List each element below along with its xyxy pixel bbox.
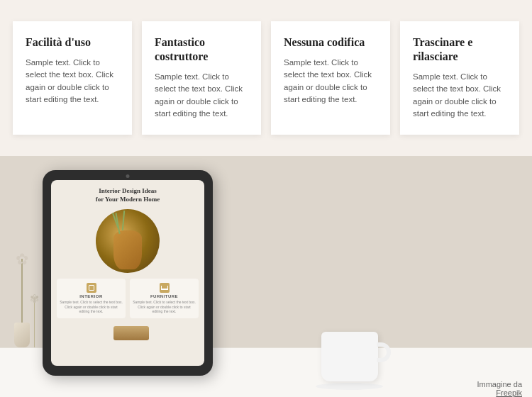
card-4-title: Trascinare e rilasciare [413,35,506,64]
feature-card-3[interactable]: Nessuna codifica Sample text. Click to s… [271,21,390,135]
tablet-interior-card: INTERIOR Sample text. Click to select th… [57,279,126,318]
cup-saucer [316,383,383,390]
card-2-title: Fantastico costruttore [155,35,248,64]
feature-cards-section: Facilità d'uso Sample text. Click to sel… [0,0,532,156]
vase-body [14,323,30,347]
card-3-title: Nessuna codifica [284,35,377,50]
tablet-mockup: Interior Design Ideasfor Your Modern Hom… [43,170,227,383]
card-1-text: Sample text. Click to select the text bo… [26,57,119,106]
tablet-hero-image [96,209,160,273]
tablet-interior-text: Sample text. Click to select the text bo… [60,300,123,314]
feature-card-1[interactable]: Facilità d'uso Sample text. Click to sel… [13,21,132,135]
feature-card-4[interactable]: Trascinare e rilasciare Sample text. Cli… [400,21,519,135]
tablet-interior-label: INTERIOR [60,294,123,298]
card-1-title: Facilità d'uso [26,35,119,50]
tablet-furniture-card: FURNITURE Sample text. Click to select t… [130,279,199,318]
tablet-device: Interior Design Ideasfor Your Modern Hom… [43,170,213,376]
attribution: Immagine da Freepik [477,380,522,397]
tablet-stand [113,326,149,340]
cup-body [321,332,378,381]
tablet-header: Interior Design Ideasfor Your Modern Hom… [51,180,204,206]
tablet-heading: Interior Design Ideasfor Your Modern Hom… [58,187,197,203]
attribution-link[interactable]: Freepik [496,388,522,397]
tablet-bottom-cards: INTERIOR Sample text. Click to select th… [51,276,204,321]
dandelion-icon: ✿ [16,250,28,269]
feature-card-2[interactable]: Fantastico costruttore Sample text. Clic… [142,21,261,135]
tablet-furniture-text: Sample text. Click to select the text bo… [133,300,196,314]
attribution-prefix: Immagine da [477,380,522,388]
bottom-scene: ✿ ✾ Interior Design Ideasfor Your Modern… [0,156,532,397]
coffee-cup [321,332,383,390]
tablet-camera-dot [126,174,130,178]
card-3-text: Sample text. Click to select the text bo… [284,57,377,106]
tablet-furniture-label: FURNITURE [133,294,196,298]
vase-illustration [113,230,142,269]
decorative-plant-left: ✿ [14,259,30,347]
card-4-text: Sample text. Click to select the text bo… [413,71,506,120]
card-2-text: Sample text. Click to select the text bo… [155,71,248,120]
decorative-plant-right: ✾ [34,298,35,347]
